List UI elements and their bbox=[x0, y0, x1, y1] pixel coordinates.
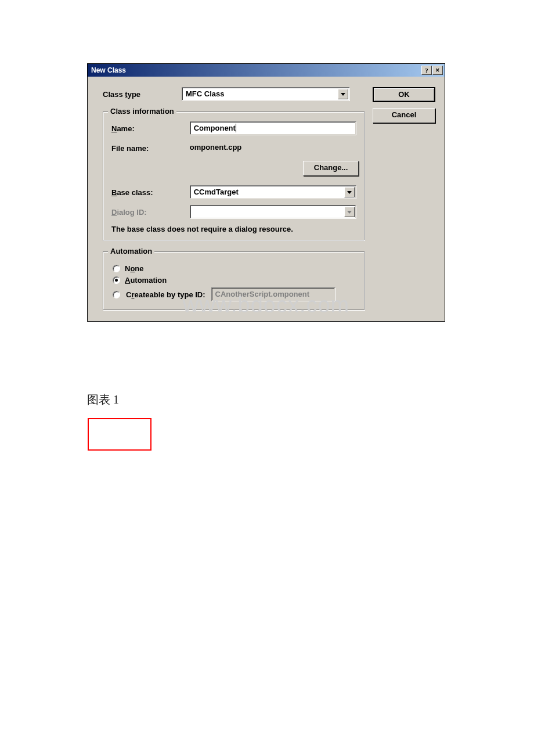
dialog-id-label: Dialog ID: bbox=[111, 208, 190, 217]
help-icon[interactable] bbox=[421, 66, 432, 75]
class-information-group: Class information Name: Component File n… bbox=[103, 111, 365, 241]
base-class-dropdown[interactable]: CCmdTarget bbox=[190, 185, 356, 199]
radio-none-label[interactable]: None bbox=[125, 264, 144, 273]
radio-automation-label[interactable]: Automation bbox=[125, 276, 167, 285]
chevron-down-icon bbox=[344, 207, 355, 217]
class-type-value: MFC Class bbox=[182, 88, 337, 100]
titlebar: New Class bbox=[88, 64, 445, 77]
change-button[interactable]: Change... bbox=[303, 161, 359, 176]
figure-caption: 图表 1 bbox=[87, 392, 119, 408]
base-class-label: Base class: bbox=[111, 188, 190, 197]
close-icon[interactable] bbox=[432, 66, 443, 75]
dialog-id-dropdown bbox=[190, 205, 356, 219]
titlebar-buttons bbox=[421, 66, 443, 75]
titlebar-text: New Class bbox=[91, 66, 421, 74]
chevron-down-icon[interactable] bbox=[344, 187, 355, 197]
radio-createable[interactable] bbox=[113, 291, 120, 298]
radio-createable-label[interactable]: Createable by type ID: bbox=[126, 290, 205, 299]
name-label: Name: bbox=[111, 124, 190, 133]
file-name-label: File name: bbox=[111, 144, 190, 153]
base-class-value: CCmdTarget bbox=[190, 186, 343, 199]
class-type-label: Class type bbox=[103, 90, 182, 99]
radio-none[interactable] bbox=[113, 265, 120, 272]
automation-group: Automation None Automation Createable by… bbox=[103, 251, 365, 311]
name-input[interactable]: Component bbox=[190, 121, 356, 135]
dialog-info-text: The base class does not require a dialog… bbox=[111, 225, 356, 233]
class-type-dropdown[interactable]: MFC Class bbox=[182, 87, 350, 101]
radio-automation[interactable] bbox=[113, 276, 120, 284]
automation-legend: Automation bbox=[108, 247, 154, 255]
red-highlight-box bbox=[88, 418, 151, 451]
chevron-down-icon[interactable] bbox=[338, 89, 348, 99]
type-id-input: CAnotherScript.omponent bbox=[211, 287, 335, 301]
dialog-id-value bbox=[190, 206, 343, 218]
new-class-dialog: New Class OK Cancel Class type MFC Class… bbox=[87, 63, 445, 322]
file-name-value: omponent.cpp bbox=[190, 141, 356, 155]
class-info-legend: Class information bbox=[108, 107, 176, 116]
